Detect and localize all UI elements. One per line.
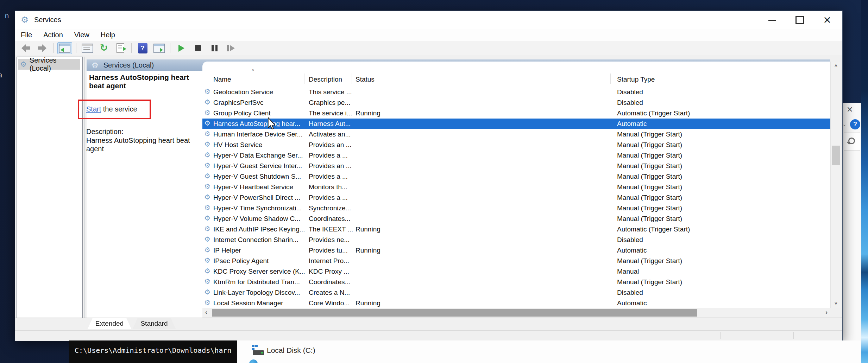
menu-help[interactable]: Help xyxy=(100,31,121,39)
minimize-button[interactable] xyxy=(760,11,785,29)
action-pane-toggle-button[interactable] xyxy=(152,43,166,54)
table-row[interactable]: ⚙Group Policy ClientThe service i...Runn… xyxy=(202,108,830,119)
network-icon xyxy=(249,359,258,363)
table-row[interactable]: ⚙Geolocation ServiceThis service ...Disa… xyxy=(202,87,830,97)
column-header-status[interactable]: Status xyxy=(356,76,375,83)
start-service-button[interactable] xyxy=(174,43,188,54)
cell-name: Hyper-V Time Synchronizati... xyxy=(213,204,302,212)
table-row[interactable]: ⚙Local Session ManagerCore Windo...Runni… xyxy=(202,298,830,308)
background-window-edge: ? xyxy=(842,103,861,341)
table-row[interactable]: ⚙Human Interface Device Ser...Activates … xyxy=(202,129,830,140)
cell-desc: The service i... xyxy=(309,109,352,117)
properties-button[interactable] xyxy=(80,43,94,54)
back-icon xyxy=(21,44,30,52)
service-gear-icon: ⚙ xyxy=(204,183,210,190)
table-row[interactable]: ⚙GraphicsPerfSvcGraphics pe...Disabled xyxy=(202,97,830,108)
table-row[interactable]: ⚙Hyper-V PowerShell Direct ...Provides a… xyxy=(202,192,830,203)
table-row[interactable]: ⚙KDC Proxy Server service (K...KDC Proxy… xyxy=(202,266,830,277)
maximize-button[interactable] xyxy=(787,11,812,29)
horizontal-scrollbar[interactable]: ‹ › xyxy=(202,308,830,317)
service-gear-icon: ⚙ xyxy=(204,204,210,211)
table-row[interactable]: ⚙IP HelperProvides tu...RunningAutomatic xyxy=(202,245,830,256)
close-button[interactable] xyxy=(815,11,839,29)
table-row[interactable]: ⚙IKE and AuthIP IPsec Keying...The IKEEX… xyxy=(202,224,830,235)
forward-button[interactable] xyxy=(35,43,49,54)
scroll-down-icon[interactable]: ˅ xyxy=(831,300,841,307)
status-bar xyxy=(15,330,842,341)
desktop-icon-label-fragment: n xyxy=(5,12,9,20)
service-gear-icon: ⚙ xyxy=(204,109,210,116)
cell-desc: Creates a N... xyxy=(309,289,350,297)
table-row[interactable]: ⚙KtmRm for Distributed Tran...Coordinate… xyxy=(202,277,830,287)
chevron-down-icon[interactable] xyxy=(842,121,847,127)
table-row[interactable]: ⚙Internet Connection Sharin...Provides n… xyxy=(202,235,830,245)
vertical-scrollbar[interactable]: ˄ ˅ xyxy=(830,62,841,308)
pause-service-button[interactable] xyxy=(207,43,221,54)
column-divider[interactable] xyxy=(610,74,611,84)
restart-service-icon xyxy=(227,45,235,51)
table-row[interactable]: ⚙Hyper-V Guest Service Inter...Provides … xyxy=(202,161,830,171)
cell-startup: Manual (Trigger Start) xyxy=(617,183,682,191)
scroll-up-icon[interactable]: ˄ xyxy=(831,63,841,69)
table-row[interactable]: ⚙HV Host ServiceProvides an ...Manual (T… xyxy=(202,140,830,150)
console-tree-toggle-button[interactable] xyxy=(57,42,72,54)
tab-standard[interactable]: Standard xyxy=(133,318,176,329)
column-header-startup-type[interactable]: Startup Type xyxy=(617,76,655,83)
export-list-button[interactable] xyxy=(113,43,127,54)
help-button[interactable] xyxy=(136,43,150,54)
restart-service-button[interactable] xyxy=(224,43,238,54)
scroll-left-icon[interactable]: ‹ xyxy=(205,309,207,316)
column-divider[interactable] xyxy=(352,74,352,84)
table-row[interactable]: ⚙Hyper-V Guest Shutdown S...Provides a .… xyxy=(202,171,830,182)
scrollbar-thumb[interactable] xyxy=(832,146,840,165)
service-gear-icon: ⚙ xyxy=(204,225,210,232)
service-gear-icon: ⚙ xyxy=(204,98,210,106)
cell-startup: Disabled xyxy=(617,236,643,244)
table-row[interactable]: ⚙Hyper-V Data Exchange Ser...Provides a … xyxy=(202,150,830,161)
tab-extended[interactable]: Extended xyxy=(88,318,131,329)
cell-name: Hyper-V Heartbeat Service xyxy=(213,183,293,191)
menu-file[interactable]: File xyxy=(20,31,38,39)
cell-status: Running xyxy=(356,299,380,307)
table-row[interactable]: ⚙Harness AutoStopping hear...Harness Aut… xyxy=(202,119,830,129)
menu-action[interactable]: Action xyxy=(43,31,69,39)
service-gear-icon: ⚙ xyxy=(204,299,210,306)
services-list: ^ NameDescriptionStatusStartup Type ⚙Geo… xyxy=(202,62,830,308)
tabs-divider xyxy=(15,318,842,318)
description-text: Harness AutoStopping heart beat agent xyxy=(86,136,199,153)
extended-view-title: Services (Local) xyxy=(103,61,154,69)
scrollbar-thumb[interactable] xyxy=(212,309,697,317)
refresh-button[interactable]: ↻ xyxy=(97,43,111,54)
cell-desc: Provides an ... xyxy=(309,141,351,149)
cell-desc: Activates an... xyxy=(309,130,351,138)
desktop-icon-label-fragment: a xyxy=(0,71,2,79)
back-button[interactable] xyxy=(19,43,33,54)
cell-name: Internet Connection Sharin... xyxy=(213,236,298,244)
column-divider[interactable] xyxy=(304,74,304,84)
cell-name: Geolocation Service xyxy=(213,88,273,96)
action-pane-toggle-icon xyxy=(153,44,165,53)
service-gear-icon: ⚙ xyxy=(204,215,210,222)
column-header-description[interactable]: Description xyxy=(309,76,342,83)
scroll-right-icon[interactable]: › xyxy=(825,309,828,316)
sidebar-item-services-local[interactable]: ⚙ Services (Local) xyxy=(18,59,80,70)
service-gear-icon: ⚙ xyxy=(204,141,210,148)
search-box[interactable] xyxy=(844,133,860,151)
table-row[interactable]: ⚙Hyper-V Volume Shadow C...Coordinates..… xyxy=(202,214,830,224)
cell-startup: Automatic (Trigger Start) xyxy=(617,225,690,233)
table-row[interactable]: ⚙Hyper-V Heartbeat ServiceMonitors th...… xyxy=(202,182,830,192)
table-row[interactable]: ⚙Link-Layer Topology Discov...Creates a … xyxy=(202,287,830,298)
cell-startup: Automatic xyxy=(617,247,647,254)
table-row[interactable]: ⚙IPsec Policy AgentInternet Pro...Manual… xyxy=(202,256,830,266)
column-header-name[interactable]: Name xyxy=(213,76,231,83)
menu-view[interactable]: View xyxy=(74,31,95,39)
terminal-window[interactable]: C:\Users\Administrator\Downloads\harn xyxy=(69,340,237,363)
refresh-icon: ↻ xyxy=(100,43,108,53)
local-disk-item[interactable]: Local Disk (C:) xyxy=(267,346,315,355)
close-icon[interactable] xyxy=(847,105,853,114)
table-row[interactable]: ⚙Hyper-V Time Synchronizati...Synchroniz… xyxy=(202,203,830,214)
help-icon[interactable]: ? xyxy=(850,119,860,129)
service-gear-icon: ⚙ xyxy=(204,236,210,243)
explorer-window-sliver: Local Disk (C:) xyxy=(237,340,861,363)
stop-service-button[interactable] xyxy=(191,43,205,54)
